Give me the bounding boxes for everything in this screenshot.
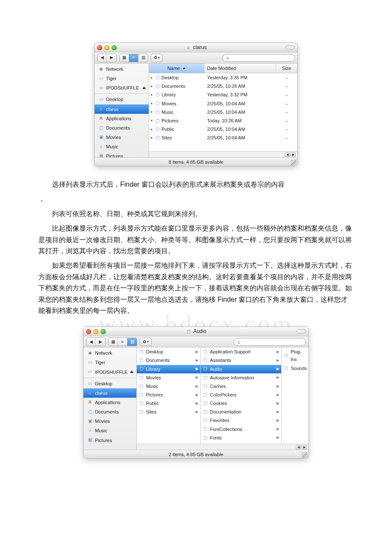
sidebar-item-desktop[interactable]: ▭Desktop (84, 379, 136, 388)
sidebar-item-pictures[interactable]: ▦Pictures (84, 436, 136, 445)
gear-icon: ✿ (154, 54, 157, 61)
zoom-button[interactable] (101, 329, 106, 334)
column-item[interactable]: ▢Movies▶ (137, 373, 200, 382)
column-item[interactable]: ▢Audio▶ (201, 365, 281, 373)
sidebar-item-clarus[interactable]: ⌂clarus (84, 388, 136, 398)
sidebar-item-movies[interactable]: ▣Movies (95, 133, 149, 142)
column-header-name[interactable]: Name▲ (149, 64, 205, 73)
sidebar-item-network[interactable]: ◉Network (95, 64, 149, 74)
sidebar-item-desktop[interactable]: ▭Desktop (95, 95, 149, 104)
search-field[interactable]: ⌕ (233, 338, 306, 346)
column-item[interactable]: ▢ColorPickers▶ (201, 390, 281, 399)
resize-grip[interactable] (291, 159, 297, 165)
column-item-label: Desktop (146, 348, 163, 356)
sidebar-item-network[interactable]: ◉Network (84, 348, 136, 358)
disclosure-triangle-icon[interactable]: ▸ (151, 126, 153, 133)
column-item[interactable]: ▢Public▶ (137, 399, 200, 408)
folder-icon: ▢ (154, 92, 160, 98)
scroll-left-button[interactable]: ◀ (285, 153, 290, 157)
column-view-button[interactable]: ▥ (138, 54, 148, 62)
column-header-size[interactable]: Size (276, 64, 297, 73)
table-row[interactable]: ▸▢DesktopYesterday, 3:35 PM-- (149, 73, 297, 82)
close-button[interactable] (86, 329, 91, 334)
forward-button[interactable]: ▶ (107, 54, 116, 62)
sidebar-item-music[interactable]: ♪Music (95, 142, 149, 151)
column-item[interactable]: ▢Fonts▶ (201, 434, 281, 442)
column-item[interactable]: ▢FontCollections▶ (201, 425, 281, 434)
column-item[interactable]: ▢Cookies▶ (201, 399, 281, 408)
back-button[interactable]: ◀ (86, 338, 96, 346)
disclosure-triangle-icon[interactable]: ▸ (151, 109, 153, 115)
eject-icon[interactable]: ⏏ (142, 85, 146, 91)
sidebar-item-ipodshuffle[interactable]: ▭IPODSHUFFLE⏏ (84, 367, 136, 377)
column-item[interactable]: ▢Sites▶ (137, 408, 200, 416)
sidebar-item-pictures[interactable]: ▦Pictures (95, 151, 149, 157)
column-item[interactable]: ▢Assistants▶ (201, 356, 281, 364)
disclosure-triangle-icon[interactable]: ▸ (151, 75, 153, 81)
disclosure-triangle-icon[interactable]: ▸ (151, 135, 153, 141)
action-button[interactable]: ✿▾ (151, 54, 163, 62)
column-item[interactable]: ▢Music▶ (137, 382, 200, 390)
toolbar-toggle-button[interactable] (285, 45, 295, 49)
sidebar-item-movies[interactable]: ▣Movies (84, 416, 136, 426)
search-field[interactable]: ⌕ (222, 54, 295, 62)
disclosure-triangle-icon[interactable]: ▸ (151, 83, 153, 90)
sidebar-item-music[interactable]: ♪Music (84, 426, 136, 435)
column-item[interactable]: ▢Caches▶ (201, 382, 281, 390)
resize-grip[interactable] (302, 452, 308, 458)
table-row[interactable]: ▸▢Movies2/25/05, 10:04 AM-- (149, 99, 297, 108)
scroll-left-button[interactable]: ◀ (296, 445, 301, 449)
table-row[interactable]: ▸▢PicturesToday, 10:26 AM-- (149, 116, 297, 125)
minimize-button[interactable] (104, 45, 110, 50)
row-name: Music (161, 108, 174, 116)
zoom-button[interactable] (112, 45, 117, 50)
list-view-button[interactable]: ≡ (118, 338, 127, 346)
table-row[interactable]: ▸▢Sites2/25/05, 10:04 AM-- (149, 133, 297, 142)
sidebar-item-documents[interactable]: ▢Documents (95, 123, 149, 133)
minimize-button[interactable] (93, 329, 98, 334)
column-item[interactable]: ▢Pictures▶ (137, 390, 200, 399)
close-button[interactable] (97, 45, 102, 50)
disclosure-triangle-icon[interactable]: ▸ (151, 117, 153, 124)
table-row[interactable]: ▸▢LibraryYesterday, 3:32 PM-- (149, 90, 297, 99)
disclosure-triangle-icon[interactable]: ▸ (151, 100, 153, 107)
scroll-right-button[interactable]: ▶ (291, 153, 296, 157)
table-row[interactable]: ▸▢Music2/25/05, 10:04 AM-- (149, 108, 297, 116)
traffic-lights (86, 329, 106, 334)
column-item[interactable]: ▢Autosave Information▶ (201, 373, 281, 382)
window-body: ◉Network▭Tiger▭IPODSHUFFLE⏏ ▭Desktop⌂cla… (84, 347, 308, 450)
titlebar[interactable]: ▢ Audio (84, 327, 308, 336)
sidebar-item-documents[interactable]: ▢Documents (84, 407, 136, 416)
action-button[interactable]: ✿▾ (140, 338, 152, 346)
sidebar-item-ipodshuffle[interactable]: ▭IPODSHUFFLE⏏ (95, 83, 149, 92)
column-item[interactable]: ▢Application Support▶ (201, 347, 281, 356)
forward-button[interactable]: ▶ (96, 338, 105, 346)
pictures-icon: ▦ (87, 437, 93, 443)
sidebar-item-applications[interactable]: AApplications (84, 398, 136, 407)
column-item[interactable]: ▢Documents▶ (137, 356, 200, 364)
row-date: 2/25/05, 10:04 AM (205, 125, 276, 133)
titlebar[interactable]: ⌂ clarus (95, 43, 297, 52)
eject-icon[interactable]: ⏏ (130, 369, 134, 375)
icon-view-button[interactable]: ▦ (109, 338, 118, 346)
list-view-button[interactable]: ≡ (129, 54, 138, 62)
column-item[interactable]: ▢Favorites▶ (201, 416, 281, 425)
sidebar-item-tiger[interactable]: ▭Tiger (95, 74, 149, 83)
column-item[interactable]: ▢Plug-Ins (282, 347, 308, 364)
icon-view-button[interactable]: ▦ (120, 54, 129, 62)
column-item[interactable]: ▢Documentation▶ (201, 408, 281, 416)
sidebar-item-clarus[interactable]: ⌂clarus (95, 104, 149, 114)
column-item[interactable]: ▢Desktop▶ (137, 347, 200, 356)
back-button[interactable]: ◀ (98, 54, 107, 62)
sidebar-item-tiger[interactable]: ▭Tiger (84, 358, 136, 367)
table-row[interactable]: ▸▢Documents2/25/05, 10:26 AM-- (149, 82, 297, 90)
column-item[interactable]: ▢Library▶ (137, 365, 200, 373)
disclosure-triangle-icon[interactable]: ▸ (151, 92, 153, 98)
scroll-right-button[interactable]: ▶ (302, 445, 307, 449)
column-item[interactable]: ▢Sounds (282, 364, 308, 373)
column-header-date[interactable]: Date Modified (205, 64, 276, 73)
table-row[interactable]: ▸▢Public2/25/05, 10:04 AM-- (149, 125, 297, 133)
toolbar-toggle-button[interactable] (297, 329, 306, 333)
column-view-button[interactable]: ▥ (127, 338, 137, 346)
sidebar-item-applications[interactable]: AApplications (95, 114, 149, 123)
